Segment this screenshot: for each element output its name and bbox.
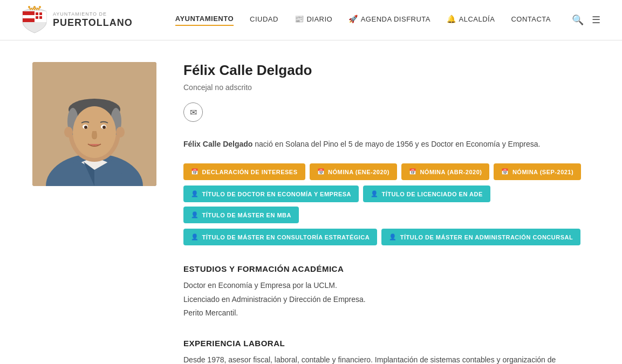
header-actions: 🔍 ☰ bbox=[572, 14, 600, 26]
svg-rect-8 bbox=[36, 16, 38, 19]
btn-nomina-abr-label: NÓMINA (abr-2020) bbox=[420, 169, 482, 175]
btn-titulo-mba-label: TÍTULO DE MÁSTER EN MBA bbox=[202, 212, 292, 218]
nav-alcaldia-label: ALCALDÍA bbox=[459, 15, 495, 23]
nav-contacta[interactable]: CONTACTA bbox=[511, 15, 551, 25]
svg-point-12 bbox=[39, 6, 41, 8]
nav-ayuntamiento[interactable]: AYUNTAMIENTO bbox=[175, 15, 234, 26]
nav-ciudad-label: CIUDAD bbox=[250, 15, 278, 23]
nav-diario-label: DIARIO bbox=[306, 15, 332, 23]
svg-point-27 bbox=[116, 127, 125, 138]
nav-ayuntamiento-label: AYUNTAMIENTO bbox=[175, 15, 234, 23]
btn-nomina-abr2020[interactable]: 📅 NÓMINA (abr-2020) bbox=[401, 163, 490, 180]
nav-agenda[interactable]: 🚀 AGENDA DISFRUTA bbox=[348, 15, 430, 25]
rocket-icon: 🚀 bbox=[348, 15, 358, 23]
btn-titulo-master-mba[interactable]: 👤 TÍTULO DE MÁSTER EN MBA bbox=[183, 207, 299, 223]
svg-rect-9 bbox=[39, 16, 42, 19]
svg-rect-2 bbox=[23, 11, 35, 15]
btn-row-2: 👤 TÍTULO DE DOCTOR EN ECONOMÍA Y EMPRESA… bbox=[183, 186, 590, 223]
btn-titulo-concursal-label: TÍTULO DE MÁSTER EN ADMINISTRACIÓN CONCU… bbox=[400, 234, 573, 241]
profile-name: Félix Calle Delgado bbox=[183, 62, 590, 79]
user-icon-3: 👤 bbox=[191, 211, 199, 218]
profile-section: Félix Calle Delgado Concejal no adscrito… bbox=[32, 62, 590, 364]
svg-rect-7 bbox=[39, 12, 42, 15]
exp-line-1: Desde 1978, asesor fiscal, laboral, cont… bbox=[183, 353, 590, 364]
bio-text: Félix Calle Delgado nació en Solana del … bbox=[183, 138, 590, 150]
logo-text: AYUNTAMIENTO DE PUERTOLLANO bbox=[53, 11, 133, 29]
svg-point-25 bbox=[102, 126, 106, 129]
btn-titulo-doctor[interactable]: 👤 TÍTULO DE DOCTOR EN ECONOMÍA Y EMPRESA bbox=[183, 186, 359, 202]
section-estudios: ESTUDIOS Y FORMACIÓN ACADÉMICA Doctor en… bbox=[183, 264, 590, 320]
search-icon[interactable]: 🔍 bbox=[572, 14, 584, 26]
nav-agenda-label: AGENDA DISFRUTA bbox=[361, 15, 430, 23]
calendar-icon-2: 📅 bbox=[317, 168, 325, 175]
btn-nomina-sep2021[interactable]: 📅 NÓMINA (sep-2021) bbox=[494, 163, 581, 180]
btn-nomina-ene-label: NÓMINA (ene-2020) bbox=[328, 169, 389, 175]
svg-rect-6 bbox=[36, 12, 38, 15]
btn-row-3: 👤 TÍTULO DE MÁSTER EN CONSULTORÍA ESTRAT… bbox=[183, 229, 590, 245]
logo-subtitle: AYUNTAMIENTO DE bbox=[53, 11, 133, 17]
estudios-line-1: Doctor en Economía y Empresa por la UCLM… bbox=[183, 279, 590, 292]
btn-titulo-consultoria-label: TÍTULO DE MÁSTER EN CONSULTORÍA ESTRATÉG… bbox=[202, 234, 370, 241]
site-header: AYUNTAMIENTO DE PUERTOLLANO AYUNTAMIENTO… bbox=[0, 0, 622, 40]
main-content: Félix Calle Delgado Concejal no adscrito… bbox=[0, 40, 622, 364]
section-experiencia-title: EXPERIENCIA LABORAL bbox=[183, 339, 590, 348]
main-nav: AYUNTAMIENTO CIUDAD 📰 DIARIO 🚀 AGENDA DI… bbox=[154, 15, 572, 26]
btn-row-1: 📅 DECLARACIÓN DE INTERESES 📅 NÓMINA (ene… bbox=[183, 163, 590, 180]
btn-titulo-doctor-label: TÍTULO DE DOCTOR EN ECONOMÍA Y EMPRESA bbox=[202, 191, 352, 197]
profile-photo bbox=[32, 62, 156, 186]
btn-declaracion-label: DECLARACIÓN DE INTERESES bbox=[202, 169, 298, 175]
estudios-line-2: Licenciado en Administración y Dirección… bbox=[183, 293, 590, 306]
email-button[interactable]: ✉ bbox=[183, 102, 203, 122]
logo-shield-icon bbox=[22, 6, 47, 34]
user-icon-5: 👤 bbox=[389, 233, 397, 241]
section-experiencia: EXPERIENCIA LABORAL Desde 1978, asesor f… bbox=[183, 339, 590, 364]
svg-point-26 bbox=[64, 127, 73, 138]
calendar-icon-3: 📅 bbox=[409, 168, 417, 175]
bio-name-bold: Félix Calle Delgado bbox=[183, 140, 252, 148]
calendar-icon-4: 📅 bbox=[501, 168, 509, 175]
btn-titulo-licenciado-label: TÍTULO DE LICENCIADO EN ADE bbox=[382, 191, 483, 197]
nav-contacta-label: CONTACTA bbox=[511, 15, 551, 23]
svg-point-10 bbox=[28, 6, 30, 8]
profile-role: Concejal no adscrito bbox=[183, 83, 590, 92]
logo[interactable]: AYUNTAMIENTO DE PUERTOLLANO bbox=[22, 6, 133, 34]
nav-diario[interactable]: 📰 DIARIO bbox=[295, 15, 332, 25]
btn-titulo-master-consultoria[interactable]: 👤 TÍTULO DE MÁSTER EN CONSULTORÍA ESTRAT… bbox=[183, 229, 377, 245]
calendar-icon: 📰 bbox=[295, 15, 304, 23]
profile-info: Félix Calle Delgado Concejal no adscrito… bbox=[183, 62, 590, 364]
section-estudios-content: Doctor en Economía y Empresa por la UCLM… bbox=[183, 279, 590, 320]
user-icon-2: 👤 bbox=[371, 190, 379, 197]
user-icon-4: 👤 bbox=[191, 233, 199, 241]
svg-point-24 bbox=[84, 126, 87, 129]
svg-point-11 bbox=[33, 6, 36, 8]
menu-icon[interactable]: ☰ bbox=[592, 14, 600, 26]
user-icon-1: 👤 bbox=[191, 190, 199, 197]
section-experiencia-content: Desde 1978, asesor fiscal, laboral, cont… bbox=[183, 353, 590, 364]
btn-titulo-licenciado[interactable]: 👤 TÍTULO DE LICENCIADO EN ADE bbox=[363, 186, 490, 202]
bell-icon: 🔔 bbox=[447, 15, 456, 23]
logo-title: PUERTOLLANO bbox=[53, 17, 133, 29]
calendar-icon-1: 📅 bbox=[191, 168, 199, 175]
nav-ciudad[interactable]: CIUDAD bbox=[250, 15, 278, 25]
svg-rect-4 bbox=[23, 18, 35, 22]
profile-photo-svg bbox=[32, 62, 156, 186]
btn-titulo-master-concursal[interactable]: 👤 TÍTULO DE MÁSTER EN ADMINISTRACIÓN CON… bbox=[381, 229, 580, 245]
estudios-line-3: Perito Mercantil. bbox=[183, 306, 590, 320]
bio-description: nació en Solana del Pino el 5 de mayo de… bbox=[252, 140, 540, 148]
btn-nomina-sep-label: NÓMINA (sep-2021) bbox=[512, 169, 573, 175]
btn-declaracion-intereses[interactable]: 📅 DECLARACIÓN DE INTERESES bbox=[183, 163, 305, 180]
svg-rect-3 bbox=[23, 15, 35, 18]
nav-alcaldia[interactable]: 🔔 ALCALDÍA bbox=[447, 15, 495, 25]
section-estudios-title: ESTUDIOS Y FORMACIÓN ACADÉMICA bbox=[183, 264, 590, 273]
btn-nomina-ene2020[interactable]: 📅 NÓMINA (ene-2020) bbox=[310, 163, 397, 180]
